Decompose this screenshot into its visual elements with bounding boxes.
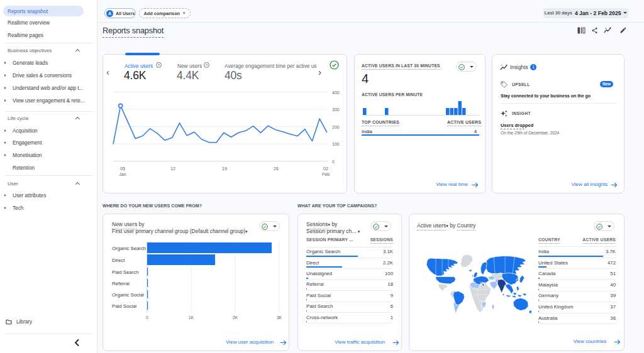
svg-text:12: 12 bbox=[170, 166, 175, 171]
svg-text:100: 100 bbox=[332, 142, 340, 146]
svg-text:400: 400 bbox=[332, 90, 340, 95]
svg-text:Paid Social: Paid Social bbox=[112, 303, 136, 309]
svg-text:?: ? bbox=[206, 63, 208, 67]
svg-text:Direct: Direct bbox=[112, 258, 125, 263]
svg-text:0: 0 bbox=[146, 315, 148, 320]
svg-text:2K: 2K bbox=[233, 315, 238, 320]
svg-text:Referral: Referral bbox=[112, 281, 130, 286]
svg-text:Organic Social: Organic Social bbox=[112, 292, 144, 298]
svg-text:26: 26 bbox=[274, 166, 279, 171]
svg-text:0: 0 bbox=[332, 160, 335, 164]
svg-text:3K: 3K bbox=[277, 315, 282, 320]
svg-text:1K: 1K bbox=[189, 315, 194, 320]
svg-text:200: 200 bbox=[332, 125, 340, 129]
svg-text:300: 300 bbox=[332, 107, 340, 112]
svg-text:Feb: Feb bbox=[322, 172, 330, 176]
svg-text:19: 19 bbox=[222, 166, 227, 171]
svg-text:Organic Search: Organic Search bbox=[112, 246, 146, 251]
svg-text:Jan: Jan bbox=[119, 172, 126, 176]
svg-text:Paid Search: Paid Search bbox=[112, 269, 138, 275]
svg-text:05: 05 bbox=[120, 166, 125, 171]
svg-text:02: 02 bbox=[323, 166, 328, 171]
svg-text:?: ? bbox=[158, 63, 160, 67]
